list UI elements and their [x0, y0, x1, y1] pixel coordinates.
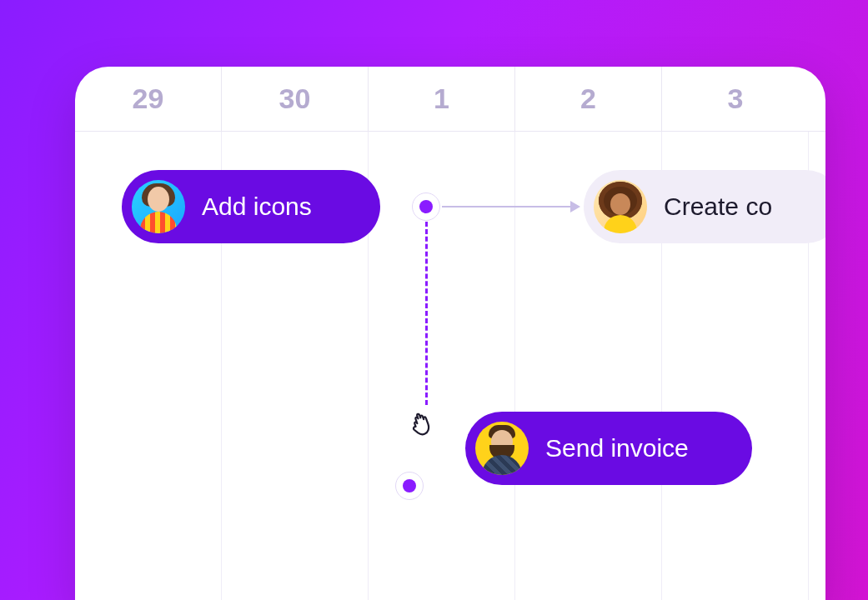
day-header-3[interactable]: 3 — [662, 67, 809, 131]
day-header-row: 29 30 1 2 3 — [75, 67, 825, 132]
day-header-30[interactable]: 30 — [222, 67, 369, 131]
dependency-drag-line — [425, 222, 428, 405]
dependency-dot-icon — [403, 479, 416, 492]
grab-cursor-icon — [405, 405, 439, 438]
timeline-grid[interactable]: Add icons Create co — [75, 132, 825, 600]
dependency-arrow-icon — [442, 206, 579, 208]
task-label: Add icons — [202, 192, 312, 221]
day-header-1[interactable]: 1 — [369, 67, 515, 131]
timeline-panel: 29 30 1 2 3 Add icons — [75, 67, 825, 600]
task-send-invoice[interactable]: Send invoice — [465, 412, 752, 485]
task-add-icons[interactable]: Add icons — [122, 170, 380, 243]
dependency-handle[interactable] — [412, 192, 440, 221]
task-label: Create co — [664, 192, 772, 221]
avatar — [594, 180, 647, 233]
task-label: Send invoice — [545, 434, 689, 462]
grid-col — [369, 132, 515, 600]
dependency-dot-icon — [419, 200, 433, 213]
dependency-handle[interactable] — [395, 472, 424, 500]
avatar — [475, 422, 529, 475]
app-background: 29 30 1 2 3 Add icons — [0, 0, 868, 600]
day-header-29[interactable]: 29 — [75, 67, 222, 131]
avatar — [132, 180, 185, 233]
task-create[interactable]: Create co — [584, 170, 825, 243]
day-header-2[interactable]: 2 — [515, 67, 662, 131]
